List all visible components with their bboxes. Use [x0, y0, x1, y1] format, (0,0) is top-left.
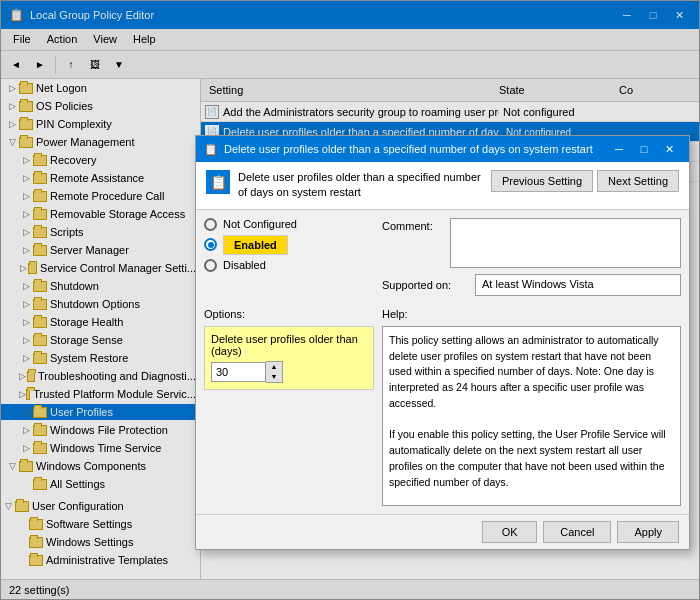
expand-icon[interactable]: ▽	[5, 459, 19, 473]
expand-icon[interactable]: ▽	[5, 135, 19, 149]
previous-setting-button[interactable]: Previous Setting	[491, 170, 593, 192]
comment-label: Comment:	[382, 218, 442, 232]
tree-label: User Profiles	[50, 406, 113, 418]
cell-setting: 📄 Add the Administrators security group …	[201, 103, 499, 121]
tree-item-windowstimeservice[interactable]: ▷ Windows Time Service	[1, 439, 200, 457]
spinner-up-button[interactable]: ▲	[266, 362, 282, 372]
tree-item-rpc[interactable]: ▷ Remote Procedure Call	[1, 187, 200, 205]
tree-item-userconfig[interactable]: ▽ User Configuration	[1, 497, 200, 515]
tree-item-scm[interactable]: ▷ Service Control Manager Setti...	[1, 259, 200, 277]
tree-item-tpm[interactable]: ▷ Trusted Platform Module Servic...	[1, 385, 200, 403]
menu-action[interactable]: Action	[39, 31, 86, 48]
expand-icon[interactable]: ▷	[19, 279, 33, 293]
cancel-button[interactable]: Cancel	[543, 521, 611, 543]
dialog-close-button[interactable]: ✕	[657, 139, 681, 159]
up-button[interactable]: ↑	[60, 54, 82, 76]
expand-icon[interactable]: ▷	[19, 297, 33, 311]
tree-item-storagehealth[interactable]: ▷ Storage Health	[1, 313, 200, 331]
tree-item-admintemplates[interactable]: ▷ Administrative Templates	[1, 551, 200, 569]
menu-help[interactable]: Help	[125, 31, 164, 48]
dialog-maximize-button[interactable]: □	[632, 139, 656, 159]
tree-item-shutdownopts[interactable]: ▷ Shutdown Options	[1, 295, 200, 313]
minimize-button[interactable]: ─	[615, 5, 639, 25]
expand-icon[interactable]: ▷	[19, 207, 33, 221]
expand-icon[interactable]: ▷	[5, 81, 19, 95]
table-header: Setting State Co	[201, 79, 699, 102]
comment-section: Comment:	[382, 218, 681, 268]
supported-value: At least Windows Vista	[475, 274, 681, 296]
tree-item-ospolicies[interactable]: ▷ OS Policies	[1, 97, 200, 115]
menu-file[interactable]: File	[5, 31, 39, 48]
expand-icon[interactable]: ▷	[19, 351, 33, 365]
expand-icon[interactable]: ▷	[19, 261, 28, 275]
tree-label: All Settings	[50, 478, 105, 490]
tree-item-servermanager[interactable]: ▷ Server Manager	[1, 241, 200, 259]
dialog-header-text: Delete user profiles older than a specif…	[238, 170, 483, 201]
tree-item-pin[interactable]: ▷ PIN Complexity	[1, 115, 200, 133]
expand-icon[interactable]: ▷	[5, 99, 19, 113]
dialog-minimize-button[interactable]: ─	[607, 139, 631, 159]
expand-icon[interactable]: ▷	[19, 189, 33, 203]
expand-icon[interactable]: ▷	[19, 441, 33, 455]
tree-label: Server Manager	[50, 244, 129, 256]
dialog-header-buttons: Previous Setting Next Setting	[491, 170, 679, 192]
tree-label: Scripts	[50, 226, 84, 238]
folder-icon	[29, 537, 43, 548]
radio-disabled[interactable]: Disabled	[204, 259, 374, 272]
tree-item-windowssettings[interactable]: ▷ Windows Settings	[1, 533, 200, 551]
days-input[interactable]	[211, 362, 266, 382]
options-title: Options:	[204, 308, 374, 320]
radio-not-configured[interactable]: Not Configured	[204, 218, 374, 231]
tree-item-windowscomponents[interactable]: ▽ Windows Components	[1, 457, 200, 475]
apply-button[interactable]: Apply	[617, 521, 679, 543]
back-button[interactable]: ◄	[5, 54, 27, 76]
expand-icon[interactable]: ▷	[19, 243, 33, 257]
tree-item-allsettings[interactable]: ▷ All Settings	[1, 475, 200, 493]
ok-button[interactable]: OK	[482, 521, 537, 543]
folder-icon	[19, 83, 33, 94]
tree-item-shutdown[interactable]: ▷ Shutdown	[1, 277, 200, 295]
tree-item-userprofiles[interactable]: ▷ User Profiles	[1, 403, 200, 421]
tree-item-scripts[interactable]: ▷ Scripts	[1, 223, 200, 241]
expand-icon[interactable]: ▷	[19, 405, 33, 419]
expand-icon[interactable]: ▷	[19, 171, 33, 185]
enabled-button[interactable]: Enabled	[223, 235, 288, 255]
tree-item-recovery[interactable]: ▷ Recovery	[1, 151, 200, 169]
tree-item-netlogon[interactable]: ▷ Net Logon	[1, 79, 200, 97]
tree-item-removable[interactable]: ▷ Removable Storage Access	[1, 205, 200, 223]
show-hide-button[interactable]: 🖼	[84, 54, 106, 76]
cell-state: Not configured	[499, 104, 619, 120]
expand-icon[interactable]: ▷	[19, 315, 33, 329]
tree-item-storagesense[interactable]: ▷ Storage Sense	[1, 331, 200, 349]
folder-icon	[33, 407, 47, 418]
tree-item-remoteassist[interactable]: ▷ Remote Assistance	[1, 169, 200, 187]
tree-item-power[interactable]: ▽ Power Management	[1, 133, 200, 151]
tree-item-softwaresettings[interactable]: ▷ Software Settings	[1, 515, 200, 533]
menu-view[interactable]: View	[85, 31, 125, 48]
folder-icon	[33, 317, 47, 328]
filter-button[interactable]: ▼	[108, 54, 130, 76]
dialog-title-text: Delete user profiles older than a specif…	[224, 143, 593, 155]
folder-icon	[33, 335, 47, 346]
expand-icon[interactable]: ▷	[19, 423, 33, 437]
tree-label: Removable Storage Access	[50, 208, 185, 220]
radio-enabled[interactable]: Enabled	[204, 235, 374, 255]
expand-icon[interactable]: ▷	[19, 153, 33, 167]
table-row[interactable]: 📄 Add the Administrators security group …	[201, 102, 699, 122]
spinner-down-button[interactable]: ▼	[266, 372, 282, 382]
expand-icon[interactable]: ▽	[1, 499, 15, 513]
maximize-button[interactable]: □	[641, 5, 665, 25]
comment-input[interactable]	[450, 218, 681, 268]
expand-icon[interactable]: ▷	[19, 333, 33, 347]
tree-item-systemrestore[interactable]: ▷ System Restore	[1, 349, 200, 367]
tree-item-windowsfileprotection[interactable]: ▷ Windows File Protection	[1, 421, 200, 439]
next-setting-button[interactable]: Next Setting	[597, 170, 679, 192]
close-button[interactable]: ✕	[667, 5, 691, 25]
tree-item-troubleshooting[interactable]: ▷ Troubleshooting and Diagnosti...	[1, 367, 200, 385]
settings-dialog: 📋 Delete user profiles older than a spec…	[195, 135, 690, 550]
forward-button[interactable]: ►	[29, 54, 51, 76]
expand-icon[interactable]: ▷	[5, 117, 19, 131]
expand-icon[interactable]: ▷	[19, 225, 33, 239]
expand-icon[interactable]: ▷	[19, 387, 26, 401]
expand-icon[interactable]: ▷	[19, 369, 27, 383]
